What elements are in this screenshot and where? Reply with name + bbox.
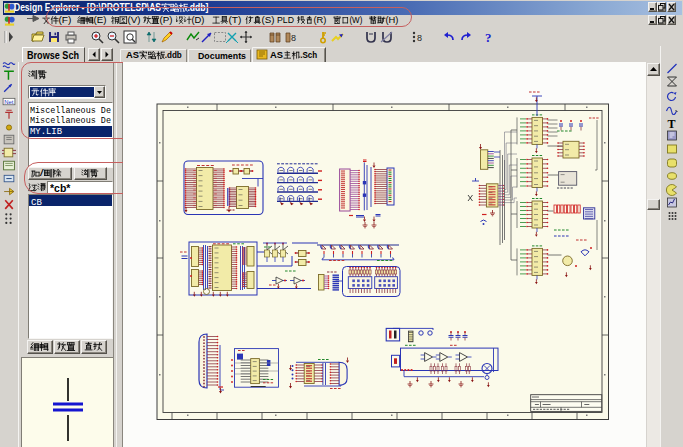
svg-text:T: T <box>668 117 676 130</box>
